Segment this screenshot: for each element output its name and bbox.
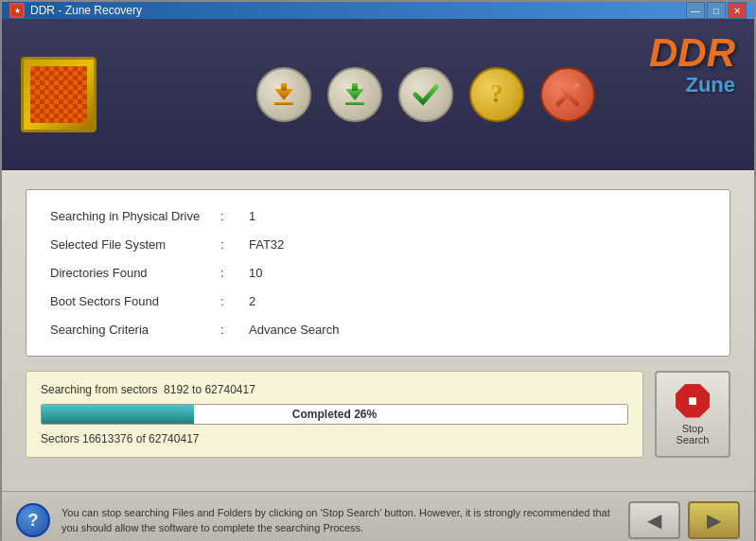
ddr-logo: DDR Zune	[649, 33, 735, 97]
nav-icon-check[interactable]	[395, 64, 456, 126]
back-arrow-icon: ◀	[647, 509, 661, 532]
stop-button-label: Stop Search	[664, 423, 721, 445]
nav-icon-2-inner	[327, 67, 382, 122]
info-colon-3: :	[220, 266, 249, 280]
nav-icon-download[interactable]	[253, 64, 314, 126]
window-body: ?	[2, 19, 754, 541]
nav-icon-1-inner	[256, 67, 311, 122]
close-button[interactable]: ✕	[728, 2, 747, 19]
maximize-button[interactable]: □	[707, 2, 726, 19]
progress-bar-container: Completed 26%	[41, 404, 628, 425]
info-label-filesystem: Selected File System	[50, 237, 220, 252]
progress-sectors-label: Searching from sectors 8192 to 62740417	[41, 383, 628, 396]
svg-rect-6	[352, 83, 358, 91]
nav-icons: ?	[115, 64, 735, 126]
progress-label: Completed 26%	[292, 408, 377, 421]
minimize-button[interactable]: —	[686, 2, 705, 19]
svg-rect-4	[274, 102, 293, 105]
info-row-directories: Directories Found : 10	[50, 266, 706, 280]
info-row-criteria: Searching Criteria : Advance Search	[50, 323, 706, 337]
main-content: Searching in Physical Drive : 1 Selected…	[2, 170, 754, 491]
info-value-drive: 1	[249, 209, 255, 223]
stop-search-button[interactable]: ■ Stop Search	[655, 371, 730, 458]
progress-bar-fill	[42, 405, 194, 424]
nav-icon-5-inner	[540, 67, 595, 122]
info-label-boot: Boot Sectors Found	[50, 294, 220, 308]
sectors-text: Searching from sectors	[41, 383, 157, 396]
stop-icon-text: ■	[688, 393, 697, 410]
back-button[interactable]: ◀	[628, 501, 680, 539]
info-label-drive: Searching in Physical Drive	[50, 209, 220, 223]
help-icon: ?	[16, 503, 50, 537]
forward-button[interactable]: ▶	[688, 501, 740, 539]
help-text: You can stop searching Files and Folders…	[62, 505, 617, 536]
logo-box	[21, 57, 97, 132]
header-area: ?	[2, 19, 754, 170]
bottom-bar: ? You can stop searching Files and Folde…	[2, 491, 754, 541]
svg-rect-3	[281, 83, 287, 91]
title-buttons: — □ ✕	[686, 2, 747, 19]
logo-pattern	[30, 66, 87, 123]
nav-icon-help[interactable]: ?	[466, 64, 527, 126]
info-value-boot: 2	[249, 294, 255, 308]
window-title: DDR - Zune Recovery	[30, 4, 142, 17]
nav-icon-3-inner	[398, 67, 453, 122]
zune-text: Zune	[649, 73, 735, 97]
progress-info: Searching from sectors 8192 to 62740417 …	[26, 371, 643, 458]
info-colon-1: :	[220, 209, 249, 223]
svg-rect-7	[345, 102, 364, 105]
progress-panel: Searching from sectors 8192 to 62740417 …	[26, 371, 730, 458]
svg-text:★: ★	[14, 7, 21, 15]
stop-icon: ■	[676, 384, 710, 418]
ddr-text: DDR	[649, 33, 735, 73]
nav-icon-save[interactable]	[324, 64, 385, 126]
title-bar-left: ★ DDR - Zune Recovery	[9, 3, 142, 18]
info-row-drive: Searching in Physical Drive : 1	[50, 209, 706, 223]
info-row-filesystem: Selected File System : FAT32	[50, 237, 706, 252]
info-colon-4: :	[220, 294, 249, 308]
app-icon: ★	[9, 3, 25, 18]
nav-buttons: ◀ ▶	[628, 501, 740, 539]
forward-arrow-icon: ▶	[707, 509, 721, 532]
progress-sectors-detail: Sectors 16613376 of 62740417	[41, 432, 628, 445]
info-value-directories: 10	[249, 266, 262, 280]
nav-icon-cancel[interactable]	[536, 64, 598, 126]
info-colon-5: :	[220, 323, 249, 337]
info-label-directories: Directories Found	[50, 266, 220, 280]
sectors-range: 8192 to 62740417	[164, 383, 255, 396]
nav-icon-4-inner: ?	[469, 67, 524, 122]
info-panel: Searching in Physical Drive : 1 Selected…	[26, 189, 730, 357]
info-label-criteria: Searching Criteria	[50, 323, 220, 337]
info-row-boot: Boot Sectors Found : 2	[50, 294, 706, 308]
info-colon-2: :	[220, 237, 249, 252]
info-value-criteria: Advance Search	[249, 323, 339, 337]
app-window: ★ DDR - Zune Recovery — □ ✕	[0, 0, 756, 541]
info-value-filesystem: FAT32	[249, 237, 284, 252]
svg-text:?: ?	[490, 79, 503, 108]
title-bar: ★ DDR - Zune Recovery — □ ✕	[2, 2, 754, 19]
